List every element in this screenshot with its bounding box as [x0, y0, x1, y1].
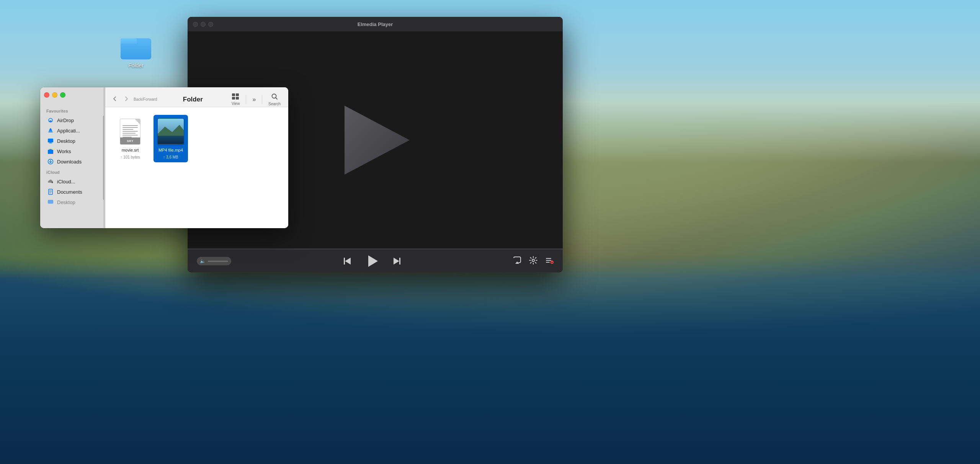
desktop-icon	[47, 137, 54, 144]
icloud-icon	[47, 178, 54, 185]
sidebar-item-downloads-label: Downloads	[57, 159, 82, 165]
settings-icon	[529, 256, 537, 265]
srt-lines	[122, 125, 138, 137]
sidebar-item-desktop-label: Desktop	[57, 138, 75, 144]
svg-rect-16	[49, 143, 52, 144]
player-progress-bar[interactable]	[188, 248, 563, 250]
volume-icon: 🔈	[200, 258, 206, 264]
airdrop-icon	[47, 117, 54, 124]
sidebar-item-applications-label: Applicati...	[57, 128, 80, 134]
mp4-upload-indicator: ↑	[163, 155, 165, 159]
player-close-button[interactable]	[193, 22, 198, 27]
mp4-file-name: MP4 file.mp4	[158, 148, 183, 153]
sidebar-item-documents[interactable]: Documents	[42, 187, 103, 197]
svg-rect-4	[399, 258, 400, 265]
volume-bar[interactable]	[208, 261, 228, 262]
player-minimize-button[interactable]	[201, 22, 206, 27]
finder-window: Favourites AirDrop Applicati...	[40, 87, 288, 228]
player-titlebar: Elmedia Player	[188, 17, 563, 31]
sidebar-icloud-label: iCloud	[40, 167, 105, 176]
elmedia-logo-icon	[333, 102, 417, 178]
svg-rect-7	[546, 258, 551, 259]
srt-line-6	[122, 135, 138, 136]
player-maximize-button[interactable]	[208, 22, 213, 27]
prev-icon	[342, 256, 353, 266]
sidebar-item-desktop2[interactable]: Desktop	[42, 197, 103, 207]
svg-marker-2	[345, 258, 351, 265]
srt-line-5	[122, 133, 136, 134]
finder-main-area: Back/Forward Folder View	[105, 87, 288, 228]
desktop-folder-label: Folder	[128, 62, 144, 69]
srt-paper-graphic: SRT	[120, 119, 140, 145]
sidebar-item-airdrop[interactable]: AirDrop	[42, 115, 103, 125]
mp4-thumbnail-svg	[158, 119, 184, 145]
sidebar-item-downloads[interactable]: Downloads	[42, 157, 103, 167]
sidebar-item-applications[interactable]: Applicati...	[42, 126, 103, 136]
svg-marker-3	[368, 255, 378, 267]
settings-button[interactable]	[529, 256, 537, 266]
player-title: Elmedia Player	[358, 21, 393, 27]
next-track-button[interactable]	[391, 256, 402, 266]
sidebar-item-airdrop-label: AirDrop	[57, 118, 74, 123]
srt-line-2	[122, 127, 138, 128]
mp4-file-size: ↑ 3,6 MB	[163, 155, 178, 159]
sidebar-item-icloud-label: iCloud...	[57, 179, 75, 185]
srt-file-size: ↑ 101 bytes	[120, 155, 140, 159]
folder-icon-graphic	[121, 34, 151, 59]
play-icon	[364, 253, 380, 269]
srt-badge: SRT	[120, 137, 140, 144]
finder-files-area: SRT movie.srt ↑ 101 bytes	[105, 107, 288, 228]
downloads-icon	[47, 158, 54, 165]
svg-rect-14	[48, 139, 53, 142]
play-button[interactable]	[364, 253, 381, 270]
playlist-button[interactable]	[545, 256, 554, 266]
file-item-srt[interactable]: SRT movie.srt ↑ 101 bytes	[113, 115, 147, 162]
airplay-button[interactable]	[513, 256, 521, 266]
prev-track-button[interactable]	[342, 256, 353, 266]
works-icon	[47, 148, 54, 155]
mp4-file-icon	[157, 118, 185, 145]
desktop-folder-icon[interactable]: Folder	[121, 34, 151, 69]
sidebar-item-works[interactable]: Works	[42, 146, 103, 156]
svg-marker-5	[394, 258, 399, 265]
srt-line-1	[122, 125, 138, 126]
sidebar-scroll-indicator	[103, 116, 104, 200]
volume-control[interactable]: 🔈	[197, 257, 231, 265]
sidebar-item-desktop2-label: Desktop	[57, 199, 75, 205]
svg-point-20	[52, 182, 53, 183]
svg-point-6	[532, 259, 534, 261]
player-right-controls	[513, 256, 554, 266]
airplay-icon	[513, 256, 521, 265]
sidebar-item-documents-label: Documents	[57, 189, 82, 195]
player-center-controls	[237, 253, 507, 270]
srt-size-value: 101 bytes	[123, 155, 140, 159]
mp4-thumbnail-graphic	[158, 119, 184, 145]
sidebar-item-works-label: Works	[57, 149, 71, 154]
finder-sidebar: Favourites AirDrop Applicati...	[40, 87, 105, 228]
svg-rect-11	[552, 260, 552, 262]
mp4-size-value: 3,6 MB	[166, 155, 178, 159]
svg-rect-8	[546, 260, 551, 261]
svg-marker-0	[345, 106, 410, 175]
sidebar-item-icloud[interactable]: iCloud...	[42, 176, 103, 186]
srt-upload-indicator: ↑	[120, 155, 122, 159]
documents-icon	[47, 188, 54, 195]
playlist-icon	[545, 256, 554, 265]
finder-close-button[interactable]	[44, 92, 49, 98]
svg-point-13	[50, 121, 51, 122]
player-controls-bar: 🔈	[188, 250, 563, 273]
srt-file-icon: SRT	[118, 118, 142, 145]
desktop2-icon	[47, 199, 54, 206]
finder-maximize-button[interactable]	[60, 92, 65, 98]
srt-line-4	[122, 131, 138, 132]
svg-rect-1	[344, 258, 345, 265]
applications-icon	[47, 127, 54, 134]
sidebar-favourites-label: Favourites	[40, 106, 105, 115]
finder-window-controls	[40, 87, 288, 103]
svg-rect-33	[158, 135, 184, 144]
srt-line-3	[122, 129, 133, 130]
finder-minimize-button[interactable]	[52, 92, 57, 98]
file-item-mp4[interactable]: MP4 file.mp4 ↑ 3,6 MB	[154, 115, 188, 162]
sidebar-item-desktop[interactable]: Desktop	[42, 136, 103, 146]
svg-rect-9	[546, 262, 550, 263]
